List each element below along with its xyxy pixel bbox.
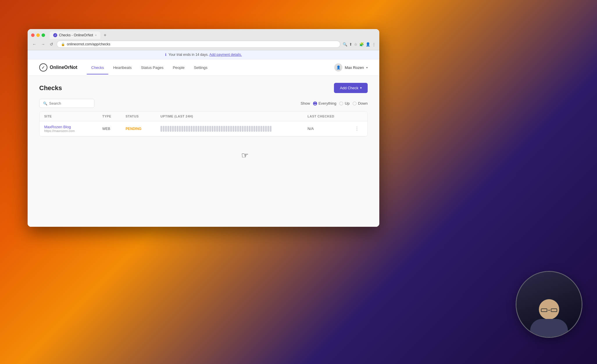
uptime-bar [270, 126, 271, 132]
uptime-bar [172, 126, 174, 132]
forward-button[interactable]: → [40, 41, 46, 47]
site-name[interactable]: MaxRozen Blog [44, 125, 102, 129]
uptime-bar [214, 126, 216, 132]
uptime-bar [246, 126, 248, 132]
user-menu[interactable]: 👤 Max Rozen ▾ [334, 61, 368, 74]
uptime-bar [207, 126, 209, 132]
glass-right [551, 308, 557, 312]
uptime-bar [260, 126, 262, 132]
zoom-icon[interactable]: 🔍 [343, 42, 347, 47]
show-filters: Show Everything Up [301, 101, 368, 106]
browser-tab[interactable]: ✓ Checks - OnlineOrNot × [50, 31, 100, 39]
nav-heartbeats[interactable]: Heartbeats [108, 61, 136, 74]
site-url: https://maxrozen.com [44, 129, 102, 133]
col-site: SITE [44, 115, 102, 118]
uptime-bar [237, 126, 239, 132]
nav-people[interactable]: People [168, 61, 189, 74]
dropdown-arrow-icon: ▾ [360, 86, 362, 90]
uptime-bar [212, 126, 213, 132]
uptime-bar [184, 126, 185, 132]
uptime-bar [256, 126, 258, 132]
browser-actions: 🔍 ⬆ ☆ 🧩 👤 ⋮ [343, 42, 376, 47]
uptime-bar [221, 126, 223, 132]
glass-bridge [548, 310, 550, 311]
logo-icon: ✓ [39, 63, 47, 72]
back-button[interactable]: ← [31, 41, 37, 47]
uptime-bar [209, 126, 211, 132]
uptime-bar [223, 126, 225, 132]
filter-down-radio[interactable] [353, 101, 357, 106]
filter-down[interactable]: Down [353, 101, 368, 106]
webcam-person [516, 272, 582, 337]
uptime-bar [205, 126, 206, 132]
nav-settings[interactable]: Settings [189, 61, 212, 74]
app-content: ℹ Your trial ends in 14 days. Add paymen… [28, 50, 379, 227]
lock-icon: 🔒 [61, 42, 65, 46]
extension-icon[interactable]: 🧩 [359, 42, 364, 47]
table-header: SITE TYPE STATUS UPTIME (LAST 24H) LAST … [40, 112, 367, 121]
filter-up-label: Up [345, 101, 350, 106]
close-window-button[interactable] [31, 33, 35, 37]
bookmark-icon[interactable]: ☆ [354, 42, 358, 47]
uptime-bar [202, 126, 204, 132]
desktop: ✓ Checks - OnlineOrNot × + ← → ↺ 🔒 onlin… [0, 0, 597, 364]
uptime-bar [235, 126, 237, 132]
uptime-bar [179, 126, 181, 132]
filter-up-radio[interactable] [339, 101, 343, 106]
add-payment-link[interactable]: Add payment details. [209, 53, 242, 57]
uptime-bar [200, 126, 202, 132]
filter-up[interactable]: Up [339, 101, 350, 106]
person-head [539, 299, 559, 320]
traffic-lights [31, 33, 45, 37]
uptime-bar [191, 126, 192, 132]
avatar: 👤 [334, 63, 342, 72]
webcam-overlay [516, 271, 582, 338]
uptime-bar [216, 126, 218, 132]
person-silhouette [530, 293, 568, 337]
logo-text: OnlineOrNot [50, 65, 77, 70]
maximize-window-button[interactable] [42, 33, 45, 37]
app-nav: ✓ OnlineOrNot Checks Heartbeats Status P… [28, 59, 379, 76]
uptime-bar [219, 126, 220, 132]
person-body [530, 319, 568, 338]
uptime-bar [174, 126, 176, 132]
uptime-bar [253, 126, 255, 132]
uptime-bar [188, 126, 190, 132]
table-row: MaxRozen Blog https://maxrozen.com WEB P… [40, 121, 367, 136]
uptime-bar [233, 126, 234, 132]
trial-message: Your trial ends in 14 days. [169, 53, 209, 57]
nav-links: Checks Heartbeats Status Pages People Se… [87, 61, 212, 74]
refresh-button[interactable]: ↺ [49, 41, 54, 47]
search-box[interactable]: 🔍 [39, 99, 94, 108]
page-content: Checks Add Check ▾ 🔍 Show [28, 76, 379, 227]
tab-close-icon[interactable]: × [95, 33, 96, 37]
tab-title: Checks - OnlineOrNot [59, 33, 93, 37]
col-uptime: UPTIME (LAST 24H) [160, 115, 308, 118]
url-text: onlineornot.com/app/checks [67, 42, 110, 46]
glass-left [541, 308, 547, 312]
uptime-bar [198, 126, 199, 132]
uptime-bars [160, 126, 308, 132]
share-icon[interactable]: ⬆ [349, 42, 352, 47]
add-check-button[interactable]: Add Check ▾ [334, 83, 368, 93]
uptime-bar [177, 126, 178, 132]
glasses [541, 308, 557, 312]
uptime-bar [230, 126, 232, 132]
nav-checks[interactable]: Checks [87, 61, 108, 74]
filter-everything-radio[interactable] [313, 101, 317, 106]
uptime-bar [186, 126, 188, 132]
menu-icon[interactable]: ⋮ [372, 42, 376, 47]
search-input[interactable] [49, 101, 91, 106]
uptime-bar [193, 126, 195, 132]
profile-icon[interactable]: 👤 [366, 42, 370, 47]
address-bar[interactable]: 🔒 onlineornot.com/app/checks [57, 41, 340, 48]
nav-status-pages[interactable]: Status Pages [136, 61, 168, 74]
row-menu-button[interactable]: ⋮ [351, 126, 363, 131]
filter-everything[interactable]: Everything [313, 101, 336, 106]
uptime-bar [167, 126, 169, 132]
checks-table: SITE TYPE STATUS UPTIME (LAST 24H) LAST … [39, 111, 368, 137]
uptime-bar [181, 126, 183, 132]
minimize-window-button[interactable] [36, 33, 40, 37]
uptime-bar [195, 126, 197, 132]
new-tab-button[interactable]: + [101, 31, 109, 39]
